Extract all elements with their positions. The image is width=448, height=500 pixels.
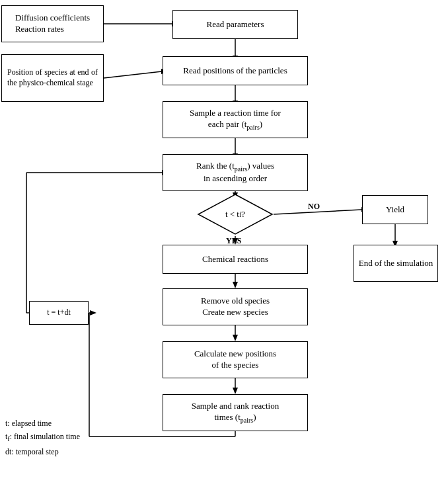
diamond-text: t < tf? [197, 193, 274, 235]
position-input-label: Position of species at end of the physic… [7, 67, 98, 88]
legend-line-2: tf: final simulation time [5, 430, 80, 444]
legend-line-3: dt: temporal step [5, 445, 80, 458]
position-input-box: Position of species at end of the physic… [1, 54, 104, 102]
decision-diamond: t < tf? [197, 193, 274, 235]
rank-values-label: Rank the (tpairs) valuesin ascending ord… [196, 161, 274, 184]
sample-reaction-box: Sample a reaction time foreach pair (tpa… [163, 101, 308, 138]
diffusion-box: Diffusion coefficients Reaction rates [1, 5, 104, 42]
end-simulation-label: End of the simulation [359, 258, 433, 269]
flowchart: Diffusion coefficients Reaction rates Po… [0, 0, 448, 500]
sample-rank-box: Sample and rank reactiontimes (tpairs) [163, 394, 308, 431]
t-update-box: t = t+dt [29, 301, 89, 325]
t-update-label: t = t+dt [47, 308, 71, 318]
chemical-reactions-label: Chemical reactions [202, 254, 268, 265]
yield-label: Yield [386, 204, 404, 216]
read-positions-box: Read positions of the particles [163, 56, 308, 85]
read-positions-label: Read positions of the particles [183, 65, 287, 77]
remove-create-label: Remove old speciesCreate new species [201, 296, 270, 318]
read-params-label: Read parameters [207, 19, 264, 30]
sample-reaction-label: Sample a reaction time foreach pair (tpa… [190, 108, 281, 131]
calculate-positions-box: Calculate new positionsof the species [163, 341, 308, 378]
end-simulation-box: End of the simulation [354, 245, 438, 282]
svg-marker-15 [233, 282, 238, 288]
svg-marker-17 [233, 335, 238, 341]
svg-line-2 [104, 71, 162, 78]
read-params-box: Read parameters [172, 10, 298, 39]
svg-marker-19 [233, 388, 238, 394]
no-label: NO [308, 202, 320, 212]
sample-rank-label: Sample and rank reactiontimes (tpairs) [192, 401, 279, 424]
remove-create-box: Remove old speciesCreate new species [163, 288, 308, 325]
legend-line-1: t: elapsed time [5, 417, 80, 430]
diffusion-label: Diffusion coefficients Reaction rates [15, 13, 90, 35]
rank-values-box: Rank the (tpairs) valuesin ascending ord… [163, 154, 308, 191]
chemical-reactions-box: Chemical reactions [163, 245, 308, 274]
svg-marker-24 [90, 310, 96, 315]
legend: t: elapsed time tf: final simulation tim… [5, 417, 80, 458]
calculate-positions-label: Calculate new positionsof the species [194, 349, 276, 371]
yield-box: Yield [362, 195, 428, 224]
